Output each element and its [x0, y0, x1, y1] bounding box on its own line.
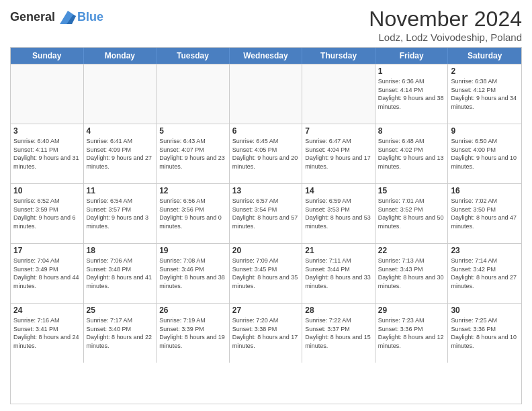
day-number: 6: [232, 126, 300, 136]
day-number: 25: [87, 306, 154, 315]
calendar-cell: [157, 64, 230, 124]
calendar-cell: 9Sunrise: 6:50 AMSunset: 4:00 PMDaylight…: [448, 124, 521, 183]
calendar-cell: 8Sunrise: 6:48 AMSunset: 4:02 PMDaylight…: [375, 124, 449, 183]
day-info: Sunrise: 7:13 AMSunset: 3:43 PMDaylight:…: [378, 257, 445, 290]
calendar-cell: 12Sunrise: 6:56 AMSunset: 3:56 PMDayligh…: [157, 184, 230, 243]
day-info: Sunrise: 7:20 AMSunset: 3:38 PMDaylight:…: [232, 316, 300, 350]
calendar-cell: 3Sunrise: 6:40 AMSunset: 4:11 PMDaylight…: [11, 124, 84, 183]
day-number: 30: [451, 306, 519, 315]
calendar-cell: [11, 64, 84, 124]
calendar-cell: 21Sunrise: 7:11 AMSunset: 3:44 PMDayligh…: [302, 244, 375, 303]
calendar-cell: 6Sunrise: 6:45 AMSunset: 4:05 PMDaylight…: [230, 124, 303, 183]
calendar-cell: 24Sunrise: 7:16 AMSunset: 3:41 PMDayligh…: [11, 304, 84, 363]
day-info: Sunrise: 6:48 AMSunset: 4:02 PMDaylight:…: [378, 137, 445, 171]
day-info: Sunrise: 6:47 AMSunset: 4:04 PMDaylight:…: [305, 137, 372, 171]
calendar-cell: 20Sunrise: 7:09 AMSunset: 3:45 PMDayligh…: [230, 244, 303, 303]
day-number: 14: [305, 186, 372, 195]
day-info: Sunrise: 7:17 AMSunset: 3:40 PMDaylight:…: [87, 316, 154, 350]
day-number: 20: [232, 246, 300, 255]
day-info: Sunrise: 6:41 AMSunset: 4:09 PMDaylight:…: [87, 137, 154, 171]
calendar-cell: 18Sunrise: 7:06 AMSunset: 3:48 PMDayligh…: [84, 244, 157, 303]
calendar-cell: 25Sunrise: 7:17 AMSunset: 3:40 PMDayligh…: [84, 304, 157, 363]
day-info: Sunrise: 7:19 AMSunset: 3:39 PMDaylight:…: [159, 316, 226, 350]
day-info: Sunrise: 7:23 AMSunset: 3:36 PMDaylight:…: [378, 316, 445, 350]
day-number: 23: [451, 246, 519, 255]
day-number: 18: [87, 246, 154, 255]
day-info: Sunrise: 7:01 AMSunset: 3:52 PMDaylight:…: [378, 197, 445, 230]
day-info: Sunrise: 7:25 AMSunset: 3:36 PMDaylight:…: [451, 316, 519, 350]
day-of-week-monday: Monday: [84, 48, 157, 64]
calendar-cell: [230, 64, 303, 124]
day-info: Sunrise: 7:11 AMSunset: 3:44 PMDaylight:…: [305, 257, 372, 290]
day-info: Sunrise: 6:38 AMSunset: 4:12 PMDaylight:…: [451, 77, 519, 111]
calendar-week-4: 17Sunrise: 7:04 AMSunset: 3:49 PMDayligh…: [11, 243, 521, 303]
calendar-cell: 22Sunrise: 7:13 AMSunset: 3:43 PMDayligh…: [375, 244, 449, 303]
logo-blue: Blue: [77, 11, 103, 24]
day-number: 19: [159, 246, 226, 255]
day-number: 2: [451, 66, 519, 76]
header: General Blue November 2024 Lodz, Lodz Vo…: [10, 7, 522, 43]
calendar-cell: [84, 64, 157, 124]
calendar-cell: 13Sunrise: 6:57 AMSunset: 3:54 PMDayligh…: [230, 184, 303, 243]
day-info: Sunrise: 6:43 AMSunset: 4:07 PMDaylight:…: [159, 137, 226, 171]
title-section: November 2024 Lodz, Lodz Voivodeship, Po…: [369, 7, 522, 43]
calendar-cell: 16Sunrise: 7:02 AMSunset: 3:50 PMDayligh…: [448, 184, 521, 243]
day-info: Sunrise: 7:09 AMSunset: 3:45 PMDaylight:…: [232, 257, 300, 290]
calendar-cell: 15Sunrise: 7:01 AMSunset: 3:52 PMDayligh…: [375, 184, 449, 243]
calendar-week-1: 1Sunrise: 6:36 AMSunset: 4:14 PMDaylight…: [11, 64, 521, 124]
calendar-cell: 4Sunrise: 6:41 AMSunset: 4:09 PMDaylight…: [84, 124, 157, 183]
day-number: 7: [305, 126, 372, 136]
calendar-cell: 14Sunrise: 6:59 AMSunset: 3:53 PMDayligh…: [302, 184, 375, 243]
calendar-cell: 26Sunrise: 7:19 AMSunset: 3:39 PMDayligh…: [157, 304, 230, 363]
day-info: Sunrise: 6:56 AMSunset: 3:56 PMDaylight:…: [159, 197, 226, 230]
calendar-cell: 30Sunrise: 7:25 AMSunset: 3:36 PMDayligh…: [448, 304, 521, 363]
day-info: Sunrise: 6:52 AMSunset: 3:59 PMDaylight:…: [13, 197, 81, 230]
day-number: 13: [232, 186, 300, 195]
day-info: Sunrise: 6:57 AMSunset: 3:54 PMDaylight:…: [232, 197, 300, 230]
day-info: Sunrise: 6:45 AMSunset: 4:05 PMDaylight:…: [232, 137, 300, 171]
calendar-cell: 7Sunrise: 6:47 AMSunset: 4:04 PMDaylight…: [302, 124, 375, 183]
day-of-week-saturday: Saturday: [448, 48, 521, 64]
day-number: 27: [232, 306, 300, 315]
day-info: Sunrise: 6:50 AMSunset: 4:00 PMDaylight:…: [451, 137, 519, 171]
day-number: 5: [159, 126, 226, 136]
day-number: 12: [159, 186, 226, 195]
calendar-week-2: 3Sunrise: 6:40 AMSunset: 4:11 PMDaylight…: [11, 124, 521, 183]
calendar-cell: 17Sunrise: 7:04 AMSunset: 3:49 PMDayligh…: [11, 244, 84, 303]
day-of-week-friday: Friday: [375, 48, 449, 64]
page-title: November 2024: [369, 7, 522, 32]
day-number: 9: [451, 126, 519, 136]
calendar-cell: 23Sunrise: 7:14 AMSunset: 3:42 PMDayligh…: [448, 244, 521, 303]
day-number: 21: [305, 246, 372, 255]
calendar-cell: 2Sunrise: 6:38 AMSunset: 4:12 PMDaylight…: [448, 64, 521, 124]
day-number: 15: [378, 186, 445, 195]
day-number: 8: [378, 126, 445, 136]
day-of-week-thursday: Thursday: [302, 48, 375, 64]
day-info: Sunrise: 6:40 AMSunset: 4:11 PMDaylight:…: [13, 137, 81, 171]
logo-general: General: [10, 10, 55, 24]
day-of-week-tuesday: Tuesday: [157, 48, 230, 64]
page-subtitle: Lodz, Lodz Voivodeship, Poland: [369, 32, 522, 43]
day-info: Sunrise: 6:36 AMSunset: 4:14 PMDaylight:…: [378, 77, 445, 111]
calendar-cell: 19Sunrise: 7:08 AMSunset: 3:46 PMDayligh…: [157, 244, 230, 303]
day-info: Sunrise: 6:54 AMSunset: 3:57 PMDaylight:…: [87, 197, 154, 230]
day-info: Sunrise: 7:06 AMSunset: 3:48 PMDaylight:…: [87, 257, 154, 290]
day-number: 3: [13, 126, 81, 136]
page: General Blue November 2024 Lodz, Lodz Vo…: [0, 0, 532, 411]
calendar-cell: 27Sunrise: 7:20 AMSunset: 3:38 PMDayligh…: [230, 304, 303, 363]
calendar-cell: 28Sunrise: 7:22 AMSunset: 3:37 PMDayligh…: [302, 304, 375, 363]
day-of-week-wednesday: Wednesday: [230, 48, 303, 64]
calendar-week-5: 24Sunrise: 7:16 AMSunset: 3:41 PMDayligh…: [11, 303, 521, 363]
calendar-cell: 29Sunrise: 7:23 AMSunset: 3:36 PMDayligh…: [375, 304, 449, 363]
day-info: Sunrise: 7:14 AMSunset: 3:42 PMDaylight:…: [451, 257, 519, 290]
calendar-header: SundayMondayTuesdayWednesdayThursdayFrid…: [11, 48, 521, 64]
calendar-week-3: 10Sunrise: 6:52 AMSunset: 3:59 PMDayligh…: [11, 183, 521, 243]
day-number: 29: [378, 306, 445, 315]
calendar-cell: 10Sunrise: 6:52 AMSunset: 3:59 PMDayligh…: [11, 184, 84, 243]
calendar: SundayMondayTuesdayWednesdayThursdayFrid…: [10, 47, 522, 404]
day-number: 4: [87, 126, 154, 136]
day-number: 16: [451, 186, 519, 195]
calendar-cell: [302, 64, 375, 124]
day-number: 17: [13, 246, 81, 255]
calendar-cell: 1Sunrise: 6:36 AMSunset: 4:14 PMDaylight…: [375, 64, 449, 124]
